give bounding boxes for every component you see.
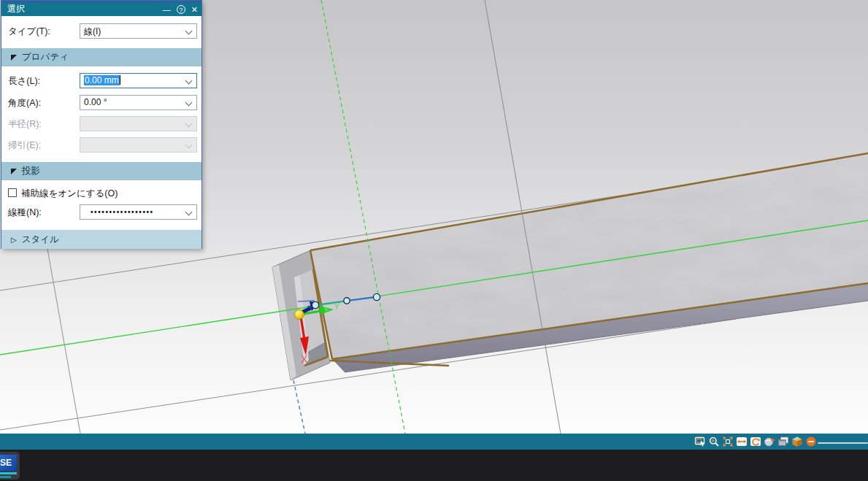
section-style[interactable]: ▷スタイル [1, 230, 201, 249]
handle-mid[interactable] [344, 298, 350, 304]
sweep-dropdown [80, 137, 197, 153]
angle-row: 角度(A): 0.00 ° [1, 95, 201, 111]
linetype-value: ••••••••••••••••• [91, 208, 154, 216]
length-value: 0.00 mm [84, 75, 120, 85]
radius-row: 半径(R): [1, 116, 201, 132]
linetype-dropdown[interactable]: ••••••••••••••••• [80, 204, 197, 220]
close-button[interactable]: ✕ [191, 4, 198, 15]
zoom-area-icon[interactable] [694, 436, 706, 447]
type-row: タイプ(T): 線(I) [1, 23, 201, 39]
section-properties[interactable]: プロパティ [1, 48, 201, 66]
type-label: タイプ(T): [8, 26, 50, 38]
view-orientation-icon[interactable] [764, 436, 775, 447]
handle-start[interactable] [312, 301, 318, 308]
chevron-down-icon [185, 99, 193, 107]
collapse-triangle-icon [11, 169, 17, 174]
grid-line-vertical-left [47, 249, 80, 434]
guide-line-row: 補助線をオンにする(O) [1, 186, 201, 201]
zoom-icon[interactable] [708, 436, 720, 447]
guide-line-checkbox[interactable] [8, 188, 17, 197]
linetype-label: 線種(N): [8, 207, 42, 219]
sweep-label: 掃引(E): [8, 139, 41, 152]
taskbar-solid-edge-active[interactable]: SE [0, 452, 20, 480]
angle-dropdown[interactable]: 0.00 ° [80, 95, 197, 110]
dialog-titlebar[interactable]: 選択 — ? ✕ [1, 1, 201, 16]
windows-taskbar: SE P [0, 450, 868, 481]
text-caret [120, 75, 120, 85]
rotate-view-icon[interactable] [750, 436, 761, 447]
view-styles-icon[interactable] [777, 436, 789, 447]
length-label: 長さ(L): [8, 75, 40, 88]
z-axis-dashed-line [293, 380, 305, 434]
solid-edge-logo-text: SE [0, 455, 17, 471]
section-projection-label: 投影 [22, 166, 40, 176]
iso-view-cube-icon[interactable] [791, 436, 803, 447]
guide-line-checkbox-label: 補助線をオンにする(O) [21, 188, 118, 200]
type-dropdown[interactable]: 線(I) [80, 23, 197, 39]
type-value: 線(I) [84, 26, 101, 38]
chevron-down-icon [185, 28, 193, 35]
length-row: 長さ(L): 0.00 mm [1, 73, 201, 89]
sketch-tick [298, 301, 315, 301]
linetype-row: 線種(N): ••••••••••••••••• [1, 204, 201, 220]
dialog-title: 選択 [7, 4, 25, 14]
length-input[interactable]: 0.00 mm [80, 73, 197, 88]
zoom-out-icon[interactable] [805, 436, 817, 447]
pan-icon[interactable] [736, 436, 748, 447]
chevron-down-icon [185, 209, 193, 216]
zoom-slider[interactable] [818, 442, 868, 444]
angle-value: 0.00 ° [84, 97, 107, 107]
section-projection[interactable]: 投影 [1, 162, 201, 180]
view-commands-statusbar [0, 434, 868, 450]
chevron-down-icon [185, 77, 193, 85]
section-properties-label: プロパティ [22, 52, 69, 62]
sweep-row: 掃引(E): [1, 137, 201, 153]
help-button[interactable]: ? [177, 5, 185, 14]
solid-edge-icon: SE [0, 455, 17, 478]
handle-end[interactable] [373, 293, 380, 300]
expand-triangle-icon: ▷ [11, 231, 17, 250]
chevron-down-icon [185, 120, 193, 128]
x-axis-label: X [301, 353, 308, 365]
radius-label: 半径(R): [8, 118, 42, 131]
origin-sphere[interactable] [295, 310, 304, 320]
collapse-triangle-icon [11, 55, 17, 61]
section-style-label: スタイル [22, 234, 59, 245]
angle-label: 角度(A): [8, 97, 41, 109]
chevron-down-icon [185, 142, 193, 149]
fit-view-icon[interactable] [722, 436, 734, 447]
radius-dropdown [80, 116, 197, 131]
minimize-button[interactable]: — [163, 4, 171, 15]
y-axis-label: Y [334, 301, 340, 312]
screen: X Y 選択 — ? ✕ タイプ(T): 線(I) [0, 0, 868, 481]
selection-dialog: 選択 — ? ✕ タイプ(T): 線(I) プロパティ 長さ(L): 0.00 … [1, 0, 202, 249]
